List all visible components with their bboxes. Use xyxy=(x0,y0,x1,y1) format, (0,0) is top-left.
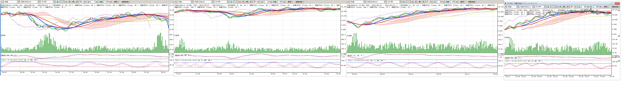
chart-canvas[interactable] xyxy=(346,0,504,77)
chart-window: ▼ 先物 ▼ 日経225mini ▼ 12/06 ▼ 足 1 日週月分T 分 3… xyxy=(346,0,504,77)
chart-window: ▼ 先物 ▼ 日経225mini ▼ 12/06 ▼ 足 1 日週月分T 分 5 xyxy=(0,0,174,75)
chart-canvas[interactable] xyxy=(0,0,174,75)
scroll-down-button[interactable]: ▼ xyxy=(618,56,620,58)
scroll-down-button[interactable]: ▼ xyxy=(618,9,620,11)
window-left-border xyxy=(0,4,1,75)
chart-canvas[interactable] xyxy=(174,0,346,76)
scroll-down-button[interactable]: ▼ xyxy=(618,35,620,37)
chart-window: ▼ 先物 ▼ 日経225mini ▼ 12/06 ▼ 足 1 日週月分T 分 1… xyxy=(174,0,346,76)
chart-canvas[interactable] xyxy=(504,2,620,80)
chart-window: [5130] 指数先物/オプションチャート ? × ▼ 先物 ▼ 日経225mi… xyxy=(504,2,620,80)
scroll-down-button[interactable]: ▼ xyxy=(618,60,620,62)
